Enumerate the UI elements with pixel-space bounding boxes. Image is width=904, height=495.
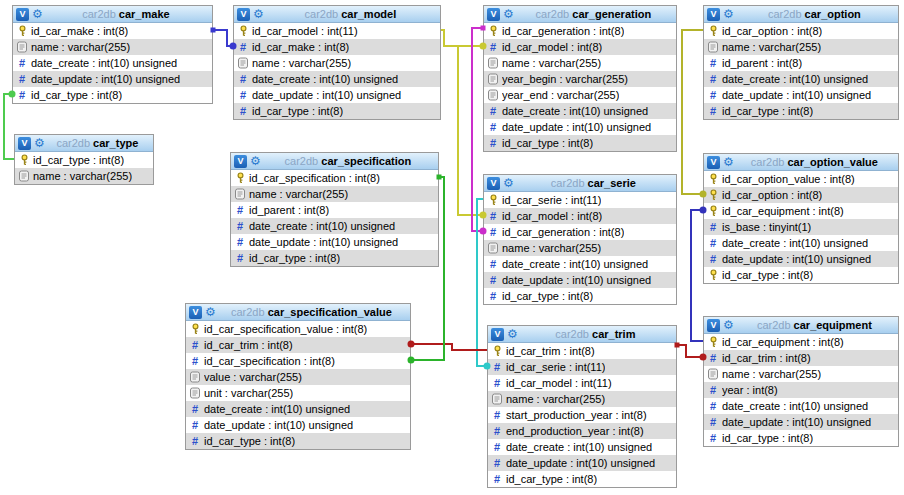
column-car_option_value-id_car_equipment[interactable]: id_car_equipment : int(8)	[704, 203, 898, 219]
column-car_generation-year_begin[interactable]: year_begin : varchar(255)	[484, 71, 676, 87]
toggle-columns-icon[interactable]: V	[707, 156, 720, 169]
column-car_make-id_car_make[interactable]: id_car_make : int(8)	[13, 23, 212, 39]
table-car_make[interactable]: V⚙car2db car_makeid_car_make : int(8)nam…	[12, 5, 213, 104]
table-car_serie[interactable]: V⚙car2db car_serieid_car_serie : int(11)…	[483, 174, 677, 305]
column-car_option-id_parent[interactable]: #id_parent : int(8)	[704, 55, 898, 71]
table-options-gear-icon[interactable]: ⚙	[503, 8, 514, 20]
column-car_option-id_car_type[interactable]: #id_car_type : int(8)	[704, 103, 898, 119]
column-car_equipment-name[interactable]: name : varchar(255)	[704, 366, 898, 382]
column-car_generation-id_car_generation[interactable]: id_car_generation : int(8)	[484, 23, 676, 39]
column-car_equipment-id_car_equipment[interactable]: id_car_equipment : int(8)	[704, 334, 898, 350]
column-car_generation-date_create[interactable]: #date_create : int(10) unsigned	[484, 103, 676, 119]
toggle-columns-icon[interactable]: V	[237, 8, 250, 21]
table-header-car_option_value[interactable]: V⚙car2db car_option_value	[704, 154, 898, 171]
column-car_option_value-id_car_option_value[interactable]: id_car_option_value : int(8)	[704, 171, 898, 187]
column-car_trim-end_production_year[interactable]: #end_production_year : int(8)	[488, 423, 676, 439]
table-options-gear-icon[interactable]: ⚙	[723, 319, 734, 331]
table-header-car_trim[interactable]: V⚙car2db car_trim	[488, 326, 676, 343]
column-car_equipment-id_car_type[interactable]: #id_car_type : int(8)	[704, 430, 898, 446]
column-car_make-date_create[interactable]: #date_create : int(10) unsigned	[13, 55, 212, 71]
table-options-gear-icon[interactable]: ⚙	[34, 137, 45, 149]
column-car_specification_value-value[interactable]: value : varchar(255)	[186, 369, 410, 385]
column-car_option_value-id_car_type[interactable]: id_car_type : int(8)	[704, 267, 898, 283]
column-car_model-name[interactable]: name : varchar(255)	[234, 55, 440, 71]
column-car_model-id_car_model[interactable]: id_car_model : int(11)	[234, 23, 440, 39]
column-car_serie-id_car_serie[interactable]: id_car_serie : int(11)	[484, 192, 676, 208]
column-car_serie-name[interactable]: name : varchar(255)	[484, 240, 676, 256]
column-car_serie-id_car_generation[interactable]: #id_car_generation : int(8)	[484, 224, 676, 240]
column-car_specification-id_car_type[interactable]: #id_car_type : int(8)	[231, 250, 438, 266]
column-car_option_value-id_car_option[interactable]: id_car_option : int(8)	[704, 187, 898, 203]
table-header-car_serie[interactable]: V⚙car2db car_serie	[484, 175, 676, 192]
column-car_option-name[interactable]: name : varchar(255)	[704, 39, 898, 55]
column-car_make-name[interactable]: name : varchar(255)	[13, 39, 212, 55]
column-car_trim-id_car_serie[interactable]: #id_car_serie : int(11)	[488, 359, 676, 375]
table-options-gear-icon[interactable]: ⚙	[250, 155, 261, 167]
column-car_model-id_car_make[interactable]: #id_car_make : int(8)	[234, 39, 440, 55]
column-car_specification_value-id_car_specification_value[interactable]: id_car_specification_value : int(8)	[186, 321, 410, 337]
toggle-columns-icon[interactable]: V	[487, 177, 500, 190]
table-header-car_specification_value[interactable]: V⚙car2db car_specification_value	[186, 304, 410, 321]
toggle-columns-icon[interactable]: V	[707, 319, 720, 332]
column-car_trim-name[interactable]: name : varchar(255)	[488, 391, 676, 407]
column-car_specification_value-date_update[interactable]: #date_update : int(10) unsigned	[186, 417, 410, 433]
table-header-car_option[interactable]: V⚙car2db car_option	[704, 6, 898, 23]
column-car_generation-date_update[interactable]: #date_update : int(10) unsigned	[484, 119, 676, 135]
column-car_option_value-date_update[interactable]: #date_update : int(10) unsigned	[704, 251, 898, 267]
column-car_specification-id_parent[interactable]: #id_parent : int(8)	[231, 202, 438, 218]
toggle-columns-icon[interactable]: V	[18, 137, 31, 150]
column-car_model-id_car_type[interactable]: #id_car_type : int(8)	[234, 103, 440, 119]
column-car_specification_value-date_create[interactable]: #date_create : int(10) unsigned	[186, 401, 410, 417]
table-options-gear-icon[interactable]: ⚙	[507, 328, 518, 340]
column-car_trim-date_update[interactable]: #date_update : int(10) unsigned	[488, 455, 676, 471]
table-car_specification_value[interactable]: V⚙car2db car_specification_valueid_car_s…	[185, 303, 411, 450]
table-options-gear-icon[interactable]: ⚙	[723, 156, 734, 168]
column-car_trim-id_car_model[interactable]: #id_car_model : int(11)	[488, 375, 676, 391]
table-options-gear-icon[interactable]: ⚙	[723, 8, 734, 20]
column-car_specification_value-id_car_trim[interactable]: #id_car_trim : int(8)	[186, 337, 410, 353]
column-car_equipment-date_create[interactable]: #date_create : int(10) unsigned	[704, 398, 898, 414]
table-options-gear-icon[interactable]: ⚙	[32, 8, 43, 20]
column-car_model-date_update[interactable]: #date_update : int(10) unsigned	[234, 87, 440, 103]
column-car_trim-id_car_type[interactable]: #id_car_type : int(8)	[488, 471, 676, 487]
column-car_model-date_create[interactable]: #date_create : int(10) unsigned	[234, 71, 440, 87]
table-header-car_specification[interactable]: V⚙car2db car_specification	[231, 153, 438, 170]
column-car_option-date_update[interactable]: #date_update : int(10) unsigned	[704, 87, 898, 103]
column-car_specification-name[interactable]: name : varchar(255)	[231, 186, 438, 202]
table-options-gear-icon[interactable]: ⚙	[205, 306, 216, 318]
table-car_generation[interactable]: V⚙car2db car_generationid_car_generation…	[483, 5, 677, 152]
table-car_type[interactable]: V⚙car2db car_typeid_car_type : int(8)nam…	[14, 134, 154, 185]
column-car_trim-id_car_trim[interactable]: id_car_trim : int(8)	[488, 343, 676, 359]
column-car_specification_value-id_car_type[interactable]: #id_car_type : int(8)	[186, 433, 410, 449]
column-car_serie-date_update[interactable]: #date_update : int(10) unsigned	[484, 272, 676, 288]
toggle-columns-icon[interactable]: V	[491, 328, 504, 341]
column-car_generation-id_car_model[interactable]: #id_car_model : int(8)	[484, 39, 676, 55]
column-car_equipment-date_update[interactable]: #date_update : int(10) unsigned	[704, 414, 898, 430]
column-car_generation-name[interactable]: name : varchar(255)	[484, 55, 676, 71]
table-header-car_generation[interactable]: V⚙car2db car_generation	[484, 6, 676, 23]
table-car_option_value[interactable]: V⚙car2db car_option_valueid_car_option_v…	[703, 153, 899, 284]
column-car_specification-id_car_specification[interactable]: id_car_specification : int(8)	[231, 170, 438, 186]
column-car_trim-date_create[interactable]: #date_create : int(10) unsigned	[488, 439, 676, 455]
toggle-columns-icon[interactable]: V	[487, 8, 500, 21]
column-car_option_value-is_base[interactable]: #is_base : tinyint(1)	[704, 219, 898, 235]
table-options-gear-icon[interactable]: ⚙	[253, 8, 264, 20]
column-car_specification-date_update[interactable]: #date_update : int(10) unsigned	[231, 234, 438, 250]
column-car_type-id_car_type[interactable]: id_car_type : int(8)	[15, 152, 153, 168]
column-car_make-id_car_type[interactable]: #id_car_type : int(8)	[13, 87, 212, 103]
toggle-columns-icon[interactable]: V	[234, 155, 247, 168]
table-car_trim[interactable]: V⚙car2db car_trimid_car_trim : int(8)#id…	[487, 325, 677, 488]
column-car_specification_value-id_car_specification[interactable]: #id_car_specification : int(8)	[186, 353, 410, 369]
table-header-car_model[interactable]: V⚙car2db car_model	[234, 6, 440, 23]
column-car_trim-start_production_year[interactable]: #start_production_year : int(8)	[488, 407, 676, 423]
table-header-car_equipment[interactable]: V⚙car2db car_equipment	[704, 317, 898, 334]
table-car_specification[interactable]: V⚙car2db car_specificationid_car_specifi…	[230, 152, 439, 267]
table-header-car_type[interactable]: V⚙car2db car_type	[15, 135, 153, 152]
table-header-car_make[interactable]: V⚙car2db car_make	[13, 6, 212, 23]
column-car_option_value-date_create[interactable]: #date_create : int(10) unsigned	[704, 235, 898, 251]
column-car_type-name[interactable]: name : varchar(255)	[15, 168, 153, 184]
table-options-gear-icon[interactable]: ⚙	[503, 177, 514, 189]
column-car_serie-id_car_type[interactable]: #id_car_type : int(8)	[484, 288, 676, 304]
column-car_make-date_update[interactable]: #date_update : int(10) unsigned	[13, 71, 212, 87]
table-car_equipment[interactable]: V⚙car2db car_equipmentid_car_equipment :…	[703, 316, 899, 447]
